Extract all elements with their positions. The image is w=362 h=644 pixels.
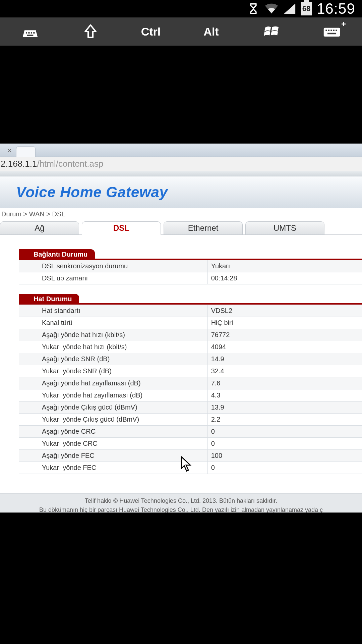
page-content: Bağlantı Durumu DSL senkronizasyon durum… — [0, 236, 362, 493]
cellular-signal-icon — [283, 3, 296, 15]
svg-rect-5 — [324, 28, 340, 37]
row-label: Aşağı yönde hat zayıflaması (dB) — [19, 377, 208, 389]
browser-sub-ribbon — [0, 171, 362, 176]
row-label: Aşağı yönde Çıkış gücü (dBmV) — [19, 401, 208, 414]
section-header-connection: Bağlantı Durumu — [19, 249, 95, 260]
page-title: Voice Home Gateway — [16, 184, 168, 200]
svg-rect-8 — [330, 30, 332, 31]
tab-ag[interactable]: Ağ — [0, 221, 79, 235]
row-value: 7.6 — [207, 377, 362, 389]
row-value: 100 — [207, 450, 362, 462]
row-value: 4.3 — [207, 389, 362, 401]
url-path: /html/content.asp — [37, 159, 103, 169]
shift-icon[interactable] — [77, 21, 104, 42]
row-label: Yukarı yönde hat zayıflaması (dB) — [19, 389, 208, 401]
browser-address-bar[interactable]: 2.168.1.1/html/content.asp — [0, 157, 362, 171]
table-row: Aşağı yönde FEC100 — [19, 450, 362, 462]
table-row: Hat standartıVDSL2 — [19, 305, 362, 317]
tab-dsl[interactable]: DSL — [82, 221, 161, 235]
row-value: 0 — [207, 462, 362, 474]
hourglass-icon — [247, 2, 260, 15]
svg-rect-0 — [26, 32, 27, 34]
row-label: Yukarı yönde SNR (dB) — [19, 365, 208, 377]
row-value: 0 — [207, 426, 362, 438]
table-row: Yukarı yönde FEC0 — [19, 462, 362, 474]
row-label: Aşağı yönde FEC — [19, 450, 208, 462]
svg-rect-1 — [28, 32, 29, 34]
battery-level: 68 — [302, 4, 310, 13]
row-label: Aşağı yönde SNR (dB) — [19, 353, 208, 365]
windows-icon[interactable] — [258, 21, 285, 42]
ctrl-key[interactable]: Ctrl — [137, 25, 164, 38]
row-label: Yukarı yönde Çıkış gücü (dBmV) — [19, 414, 208, 426]
tab-ethernet[interactable]: Ethernet — [164, 221, 243, 235]
table-row: Aşağı yönde SNR (dB)14.9 — [19, 353, 362, 365]
svg-rect-6 — [325, 30, 327, 31]
row-label: Hat standartı — [19, 305, 208, 317]
row-label: Aşağı yönde CRC — [19, 426, 208, 438]
table-row: Yukarı yönde Çıkış gücü (dBmV)2.2 — [19, 414, 362, 426]
svg-rect-10 — [336, 30, 337, 31]
browser-tab[interactable] — [16, 146, 36, 157]
row-value: 13.9 — [207, 401, 362, 414]
table-row: DSL senkronizasyon durumuYukarı — [19, 260, 362, 272]
row-label: Yukarı yönde CRC — [19, 438, 208, 450]
row-value: 2.2 — [207, 414, 362, 426]
row-value: Yukarı — [207, 260, 362, 272]
row-value: 00:14:28 — [207, 272, 362, 284]
remote-desktop-view: × 2.168.1.1/html/content.asp Voice Home … — [0, 144, 362, 513]
table-row: DSL up zamanı00:14:28 — [19, 272, 362, 284]
table-row: Kanal türüHiÇ biri — [19, 317, 362, 329]
page-tabs: Ağ DSL Ethernet UMTS — [0, 221, 362, 235]
battery-icon: 68 — [301, 2, 312, 15]
row-label: Kanal türü — [19, 317, 208, 329]
table-row: Yukarı yönde hat zayıflaması (dB)4.3 — [19, 389, 362, 401]
row-value: 4094 — [207, 341, 362, 353]
row-value: 0 — [207, 438, 362, 450]
svg-rect-3 — [33, 32, 35, 34]
section-header-line: Hat Durumu — [19, 294, 79, 304]
tab-umts[interactable]: UMTS — [245, 221, 324, 235]
table-row: Yukarı yönde SNR (dB)32.4 — [19, 365, 362, 377]
row-value: 14.9 — [207, 353, 362, 365]
footer-line-1: Telif hakkı © Huawei Technologies Co., L… — [2, 496, 360, 505]
row-label: DSL senkronizasyon durumu — [19, 260, 208, 272]
table-row: Aşağı yönde CRC0 — [19, 426, 362, 438]
keyboard-plus-icon[interactable]: + — [318, 21, 345, 42]
row-value: VDSL2 — [207, 305, 362, 317]
svg-rect-2 — [31, 32, 32, 34]
row-label: Yukarı yönde hat hızı (kbit/s) — [19, 341, 208, 353]
breadcrumb: Durum > WAN > DSL — [0, 208, 362, 221]
svg-rect-9 — [333, 30, 335, 31]
page-header: Voice Home Gateway — [0, 176, 362, 208]
close-icon[interactable]: × — [7, 147, 12, 154]
svg-rect-11 — [327, 33, 336, 34]
table-row: Yukarı yönde CRC0 — [19, 438, 362, 450]
svg-rect-7 — [328, 30, 329, 31]
keyboard-icon[interactable] — [17, 21, 44, 42]
rdp-toolbar: Ctrl Alt + — [0, 17, 362, 46]
connection-status-table: DSL senkronizasyon durumuYukarıDSL up za… — [19, 260, 362, 284]
table-row: Aşağı yönde hat hızı (kbit/s)76772 — [19, 329, 362, 341]
table-row: Aşağı yönde hat zayıflaması (dB)7.6 — [19, 377, 362, 389]
row-label: Yukarı yönde FEC — [19, 462, 208, 474]
line-status-table: Hat standartıVDSL2Kanal türüHiÇ biriAşağ… — [19, 305, 362, 474]
android-status-bar: 68 16:59 — [0, 0, 362, 17]
url-host: 2.168.1.1 — [1, 159, 37, 169]
row-value: 76772 — [207, 329, 362, 341]
table-row: Aşağı yönde Çıkış gücü (dBmV)13.9 — [19, 401, 362, 414]
wifi-icon — [264, 3, 279, 14]
svg-rect-4 — [27, 35, 34, 36]
table-row: Yukarı yönde hat hızı (kbit/s)4094 — [19, 341, 362, 353]
row-label: Aşağı yönde hat hızı (kbit/s) — [19, 329, 208, 341]
alt-key[interactable]: Alt — [198, 25, 225, 38]
row-value: 32.4 — [207, 365, 362, 377]
row-value: HiÇ biri — [207, 317, 362, 329]
row-label: DSL up zamanı — [19, 272, 208, 284]
browser-tab-strip: × — [0, 144, 362, 157]
clock: 16:59 — [317, 0, 355, 17]
